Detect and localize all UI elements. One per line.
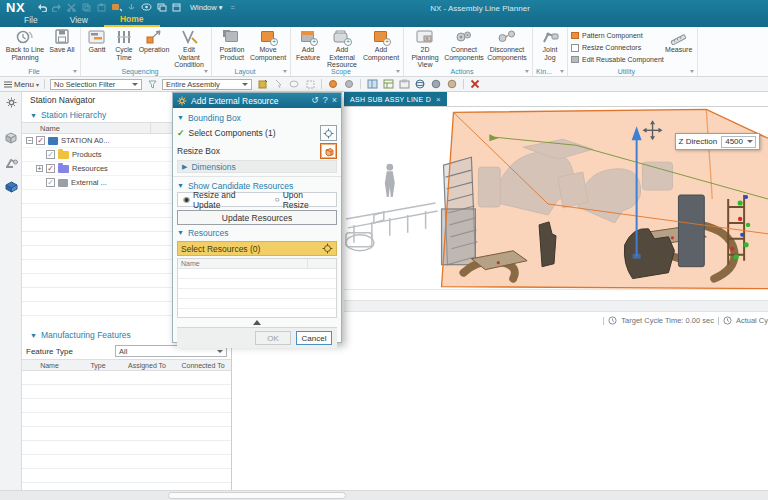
no-snap-icon[interactable] bbox=[469, 79, 481, 90]
gantt-button[interactable]: Gantt bbox=[84, 28, 110, 55]
tab-wash-sub-assy-line[interactable]: ASH SUB ASSY LINE D × bbox=[344, 92, 447, 106]
scrollbar-thumb[interactable] bbox=[168, 492, 346, 499]
navigator-gear-icon[interactable] bbox=[3, 94, 19, 110]
checkbox-checked[interactable]: ✓ bbox=[46, 150, 55, 159]
command-finder-icon[interactable] bbox=[111, 2, 122, 12]
checkbox-checked[interactable]: ✓ bbox=[46, 164, 55, 173]
select-resources-bar[interactable]: Select Resources (0) bbox=[177, 241, 337, 256]
tab-home[interactable]: Home bbox=[104, 13, 160, 27]
measure-button[interactable]: Measure bbox=[664, 28, 694, 55]
robot-navigator-icon[interactable] bbox=[3, 154, 19, 170]
pattern-component-icon bbox=[571, 32, 579, 39]
ribbon-group-sequencing: Gantt Cycle Time Operation Edit Variant … bbox=[81, 27, 212, 76]
position-product-button[interactable]: Position Product bbox=[215, 28, 249, 62]
horizontal-scrollbar[interactable] bbox=[0, 490, 768, 500]
operation-button[interactable]: Operation bbox=[138, 28, 170, 55]
box-select-icon[interactable] bbox=[304, 79, 316, 90]
selection-filter-dropdown[interactable]: No Selection Filter bbox=[50, 79, 142, 90]
tab-file[interactable]: File bbox=[8, 13, 54, 27]
window-menu[interactable]: Window ▾ bbox=[190, 3, 222, 12]
window-icon[interactable] bbox=[171, 2, 182, 12]
redo-icon[interactable] bbox=[51, 2, 62, 12]
resize-box-button[interactable] bbox=[320, 143, 337, 159]
move-component-icon bbox=[258, 29, 278, 45]
checkbox-checked[interactable]: ✓ bbox=[36, 136, 45, 145]
undo-icon[interactable] bbox=[36, 2, 47, 12]
lasso-icon[interactable] bbox=[288, 79, 300, 90]
group-dialog-launcher[interactable] bbox=[690, 70, 694, 73]
group-dialog-launcher[interactable] bbox=[560, 70, 564, 73]
menu-button[interactable]: Menu ▾ bbox=[4, 80, 39, 89]
select-tool-icon[interactable] bbox=[272, 79, 284, 90]
add-external-resource-button[interactable]: Add External Resource bbox=[322, 28, 362, 70]
cancel-button[interactable]: Cancel bbox=[296, 331, 332, 345]
resources-section[interactable]: ▼ Resources bbox=[177, 226, 337, 239]
paste-icon[interactable] bbox=[96, 2, 107, 12]
collapse-expander-icon[interactable]: − bbox=[26, 137, 33, 144]
dimensions-expander[interactable]: ▶ Dimensions bbox=[177, 160, 337, 173]
2d-planning-view-button[interactable]: 2D Planning View bbox=[407, 28, 443, 70]
add-component-button[interactable]: Add Component bbox=[362, 28, 400, 62]
highlight-icon[interactable] bbox=[327, 79, 339, 90]
snap-point-icon[interactable] bbox=[256, 79, 268, 90]
group-dialog-launcher[interactable] bbox=[73, 70, 77, 73]
z-direction-dropdown[interactable]: 4500 bbox=[721, 136, 756, 148]
window-cascade-icon[interactable] bbox=[156, 2, 167, 12]
group-dialog-launcher[interactable] bbox=[283, 70, 287, 73]
back-to-line-planning-button[interactable]: Back to Line Planning bbox=[3, 28, 47, 62]
back-to-line-planning-icon bbox=[15, 29, 35, 45]
close-icon[interactable]: × bbox=[436, 95, 441, 104]
chevron-down-icon bbox=[242, 83, 248, 86]
features-table-header: Name Type Assigned To Connected To bbox=[22, 359, 231, 371]
render-style-icon[interactable] bbox=[430, 79, 442, 90]
resize-connectors-toggle[interactable]: Resize Connectors bbox=[571, 42, 664, 53]
view-manager-icon[interactable] bbox=[382, 79, 394, 90]
qat-customize-icon[interactable]: = bbox=[230, 3, 234, 12]
scope-dropdown[interactable]: Entire Assembly bbox=[162, 79, 252, 90]
pattern-component-button[interactable]: Pattern Component bbox=[571, 30, 664, 41]
group-dialog-launcher[interactable] bbox=[204, 70, 208, 73]
section-collapse-icon: ▼ bbox=[177, 182, 184, 189]
filter-icon[interactable] bbox=[146, 79, 158, 90]
resize-connectors-checkbox[interactable] bbox=[571, 44, 579, 52]
ok-button[interactable]: OK bbox=[255, 331, 291, 345]
show-hide-icon[interactable] bbox=[141, 2, 152, 12]
joint-jog-button[interactable]: Joint Jog bbox=[536, 28, 564, 62]
touch-mode-icon[interactable] bbox=[126, 2, 137, 12]
true-shading-icon[interactable] bbox=[446, 79, 458, 90]
move-component-button[interactable]: Move Component bbox=[249, 28, 287, 62]
close-icon[interactable]: × bbox=[332, 96, 337, 105]
folder-icon bbox=[58, 165, 69, 173]
cycle-time-button[interactable]: Cycle Time bbox=[110, 28, 138, 62]
edit-reusable-component-button[interactable]: Edit Reusable Component bbox=[571, 54, 664, 65]
window-layout-icon[interactable] bbox=[366, 79, 378, 90]
group-dialog-launcher[interactable] bbox=[525, 70, 529, 73]
radio-upon-resize[interactable]: ○ Upon Resize bbox=[275, 190, 331, 210]
reset-icon[interactable]: ↺ bbox=[311, 96, 319, 105]
radio-resize-and-update[interactable]: ◉ Resize and Update bbox=[183, 190, 265, 210]
dialog-collapse-handle[interactable] bbox=[177, 318, 337, 327]
add-feature-button[interactable]: Add Feature bbox=[294, 28, 322, 62]
help-icon[interactable]: ? bbox=[323, 96, 328, 105]
copy-icon[interactable] bbox=[81, 2, 92, 12]
cut-icon[interactable] bbox=[66, 2, 77, 12]
shaded-view-icon[interactable] bbox=[343, 79, 355, 90]
tab-view[interactable]: View bbox=[54, 13, 104, 27]
connect-components-button[interactable]: Connect Components bbox=[443, 28, 485, 62]
ribbon-group-kinematics: Joint Jog Kin... bbox=[533, 27, 568, 76]
checkbox-checked[interactable]: ✓ bbox=[46, 178, 55, 187]
expand-expander-icon[interactable]: + bbox=[36, 165, 43, 172]
edit-variant-condition-button[interactable]: Edit Variant Condition bbox=[170, 28, 208, 70]
disconnect-components-button[interactable]: Disconnect Components bbox=[485, 28, 529, 62]
select-components-button[interactable] bbox=[320, 125, 337, 141]
3d-scene[interactable]: Z Direction 4500 bbox=[344, 107, 768, 290]
station-navigator-icon[interactable] bbox=[3, 179, 19, 195]
layer-settings-icon[interactable] bbox=[398, 79, 410, 90]
sphere-view-icon[interactable] bbox=[414, 79, 426, 90]
save-all-button[interactable]: Save All bbox=[47, 28, 77, 55]
group-dialog-launcher[interactable] bbox=[396, 70, 400, 73]
bounding-box-section[interactable]: ▼ Bounding Box bbox=[177, 111, 337, 124]
dialog-title-bar[interactable]: Add External Resource ↺ ? × bbox=[173, 93, 341, 108]
assembly-navigator-icon[interactable] bbox=[3, 130, 19, 146]
update-resources-button[interactable]: Update Resources bbox=[177, 210, 337, 225]
